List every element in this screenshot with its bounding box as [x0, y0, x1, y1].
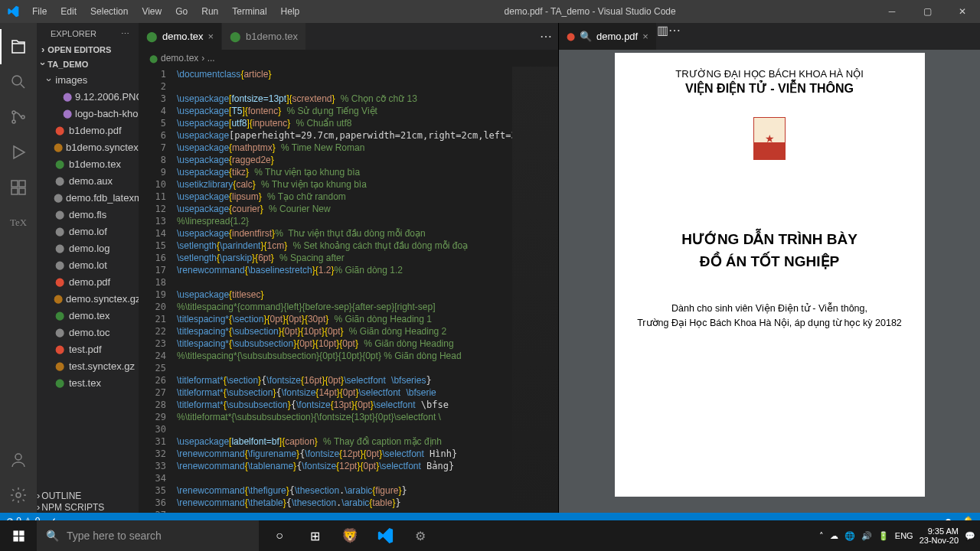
tray-onedrive-icon[interactable]: ☁ — [830, 531, 838, 541]
system-tray[interactable]: ˄ ☁ 🌐 🔊 🔋 ENG 9:35 AM 23-Nov-20 💬 — [819, 527, 980, 545]
editor-more-icon[interactable]: ⋯ — [534, 23, 558, 50]
file-item[interactable]: ⬤demo.toc — [43, 324, 139, 341]
file-item[interactable]: ⬤demo.lot — [43, 256, 139, 273]
menu-help[interactable]: Help — [275, 3, 306, 20]
explorer-icon[interactable] — [0, 29, 37, 64]
brave-icon[interactable]: 🦁 — [332, 520, 368, 551]
file-item[interactable]: ⬤demo.fls — [43, 206, 139, 223]
file-item[interactable]: ⬤test.tex — [43, 374, 139, 391]
tray-battery-icon[interactable]: 🔋 — [878, 531, 889, 541]
tray-notifications-icon[interactable]: 💬 — [965, 531, 975, 541]
file-item[interactable]: ⬤test.pdf — [43, 341, 139, 357]
pdf-page: TRƯỜNG ĐẠI HỌC BÁCH KHOA HÀ NỘI VIỆN ĐIỆ… — [615, 53, 925, 497]
svg-point-0 — [12, 76, 21, 85]
close-icon[interactable]: × — [207, 31, 214, 42]
menu-terminal[interactable]: Terminal — [226, 3, 273, 20]
svg-point-3 — [21, 116, 24, 119]
search-icon[interactable] — [0, 64, 37, 99]
accounts-icon[interactable] — [0, 442, 37, 478]
vscode-taskbar-icon[interactable] — [368, 520, 403, 551]
svg-rect-12 — [13, 536, 18, 541]
folder-images[interactable]: images — [43, 71, 139, 88]
menu-run[interactable]: Run — [195, 3, 224, 20]
svg-rect-4 — [11, 181, 18, 187]
open-editors-section[interactable]: OPEN EDITORS — [37, 42, 139, 57]
pdf-logo: ★ — [753, 117, 786, 160]
breadcrumb[interactable]: ⬤demo.tex› ... — [139, 50, 558, 67]
menu-go[interactable]: Go — [169, 3, 194, 20]
file-item[interactable]: ⬤demo.aux — [43, 172, 139, 189]
tab-demo-pdf[interactable]: ⬤🔍demo.pdf× — [559, 23, 657, 50]
tray-network-icon[interactable]: 🌐 — [844, 531, 855, 541]
explorer-title: EXPLORER — [51, 29, 96, 39]
folder-section[interactable]: TA_DEMO — [37, 57, 139, 71]
file-item[interactable]: ⬤b1demo.tex — [43, 155, 139, 172]
pdf-department: VIỆN ĐIỆN TỬ - VIỄN THÔNG — [633, 81, 906, 96]
latex-icon[interactable]: TeX — [0, 205, 37, 240]
pdf-subtitle: Dành cho sinh viên Viện Điện tử - Viễn t… — [633, 302, 906, 331]
file-item[interactable]: ⬤test.synctex.gz — [43, 357, 139, 374]
menu-edit[interactable]: Edit — [54, 3, 83, 20]
explorer-more-icon[interactable]: ⋯ — [121, 29, 129, 39]
settings-gear-icon[interactable] — [0, 478, 37, 513]
menu-file[interactable]: File — [26, 3, 53, 20]
file-item[interactable]: ⬤demo.pdf — [43, 273, 139, 290]
npm-section[interactable]: NPM SCRIPTS — [37, 501, 139, 513]
file-item[interactable]: ⬤b1demo.synctex.gz — [43, 139, 139, 155]
file-item[interactable]: ⬤demo.synctex.gz — [43, 290, 139, 307]
close-button[interactable]: ✕ — [945, 0, 980, 23]
task-view-icon[interactable]: ⊞ — [297, 520, 332, 551]
svg-point-8 — [15, 454, 21, 460]
editor-more-icon[interactable]: ⋯ — [668, 23, 681, 50]
menu-view[interactable]: View — [136, 3, 168, 20]
extensions-icon[interactable] — [0, 170, 37, 205]
minimize-button[interactable]: ─ — [874, 0, 910, 23]
split-editor-icon[interactable]: ▥ — [657, 23, 668, 50]
code-content[interactable]: \documentclass{article} \usepackage[font… — [177, 67, 512, 513]
tab-demo-tex[interactable]: ⬤demo.tex× — [139, 23, 222, 50]
cortana-icon[interactable]: ○ — [262, 520, 297, 551]
file-item[interactable]: ⬤demo.fdb_latexmk — [43, 189, 139, 206]
svg-rect-6 — [11, 188, 18, 194]
taskbar-clock[interactable]: 9:35 AM 23-Nov-20 — [920, 527, 959, 545]
pdf-viewer[interactable]: TRƯỜNG ĐẠI HỌC BÁCH KHOA HÀ NỘI VIỆN ĐIỆ… — [559, 50, 980, 513]
file-item[interactable]: ⬤demo.log — [43, 240, 139, 256]
file-item[interactable]: ⬤demo.tex — [43, 307, 139, 324]
tray-chevron-icon[interactable]: ˄ — [819, 531, 824, 541]
menu-selection[interactable]: Selection — [84, 3, 134, 20]
svg-rect-5 — [19, 181, 25, 187]
start-button[interactable] — [0, 530, 37, 543]
file-item[interactable]: ⬤9.12.2006.PNG — [43, 88, 139, 105]
search-icon: 🔍 — [46, 530, 59, 542]
file-item[interactable]: ⬤b1demo.pdf — [43, 122, 139, 139]
svg-rect-10 — [13, 530, 18, 535]
outline-section[interactable]: OUTLINE — [37, 490, 139, 501]
editor-tabs: ⬤demo.tex× ⬤b1demo.tex ⋯ — [139, 23, 558, 50]
window-title: demo.pdf - TA_demo - Visual Studio Code — [305, 6, 874, 17]
file-item[interactable]: ⬤logo-bach-khoa-ha-... — [43, 105, 139, 122]
pdf-university: TRƯỜNG ĐẠI HỌC BÁCH KHOA HÀ NỘI — [633, 68, 906, 80]
file-item[interactable]: ⬤demo.lof — [43, 223, 139, 240]
close-icon[interactable]: × — [642, 31, 648, 42]
source-control-icon[interactable] — [0, 99, 37, 135]
vscode-logo-icon — [0, 5, 26, 18]
svg-rect-13 — [19, 536, 24, 541]
svg-rect-7 — [19, 188, 25, 194]
svg-point-2 — [12, 120, 15, 123]
tray-volume-icon[interactable]: 🔊 — [861, 531, 872, 541]
settings-taskbar-icon[interactable]: ⚙ — [403, 520, 438, 551]
tray-language[interactable]: ENG — [895, 531, 913, 540]
windows-taskbar: 🔍 Type here to search ○ ⊞ 🦁 ⚙ ˄ ☁ 🌐 🔊 🔋 … — [0, 520, 980, 551]
svg-point-9 — [16, 493, 21, 497]
search-placeholder: Type here to search — [67, 530, 162, 542]
code-editor-group: ⬤demo.tex× ⬤b1demo.tex ⋯ ⬤demo.tex› ... … — [139, 23, 559, 513]
pdf-preview-group: ⬤🔍demo.pdf× ▥ ⋯ TRƯỜNG ĐẠI HỌC BÁCH KHOA… — [559, 23, 980, 513]
tab-b1demo-tex[interactable]: ⬤b1demo.tex — [222, 23, 306, 50]
run-debug-icon[interactable] — [0, 135, 37, 170]
maximize-button[interactable]: ▢ — [910, 0, 945, 23]
taskbar-search[interactable]: 🔍 Type here to search — [37, 520, 259, 551]
title-bar: File Edit Selection View Go Run Terminal… — [0, 0, 980, 23]
minimap[interactable] — [512, 67, 558, 513]
line-numbers: 1234567891011121314151617181920212223242… — [139, 67, 177, 513]
pdf-title: HƯỚNG DẪN TRÌNH BÀY ĐỒ ÁN TỐT NGHIỆP — [633, 229, 906, 272]
